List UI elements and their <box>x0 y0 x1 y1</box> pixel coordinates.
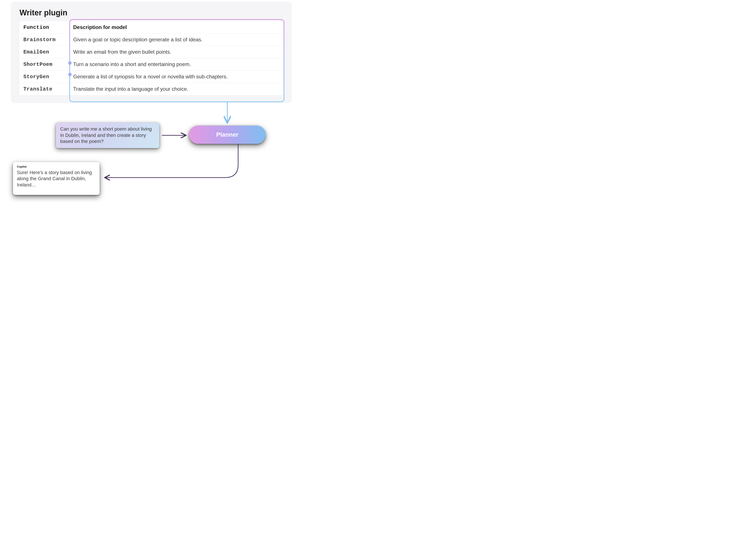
arrow-planner-to-reply <box>106 144 238 178</box>
func-name: ShortPoem <box>19 58 69 70</box>
functions-table: Function Description for model Brainstor… <box>19 21 283 95</box>
func-desc: Translate the input into a language of y… <box>69 83 283 95</box>
user-prompt-bubble: Can you write me a short poem about livi… <box>56 123 159 148</box>
planner-label: Planner <box>216 131 239 138</box>
planner-node: Planner <box>189 126 266 144</box>
header-function: Function <box>19 21 69 34</box>
copilot-label: Copilot <box>17 165 96 169</box>
header-description: Description for model <box>69 21 283 34</box>
copilot-reply-card: Copilot Sure! Here's a story based on li… <box>13 162 99 195</box>
func-name: Translate <box>19 83 69 95</box>
table-row: EmailGen Write an email from the given b… <box>19 46 283 58</box>
func-desc: Generate a list of synopsis for a novel … <box>69 70 283 83</box>
card-title: Writer plugin <box>19 8 283 17</box>
table-row: Translate Translate the input into a lan… <box>19 83 283 95</box>
table-header-row: Function Description for model <box>19 21 283 34</box>
user-prompt-text: Can you write me a short poem about livi… <box>60 126 152 144</box>
table-row: ShortPoem Turn a scenario into a short a… <box>19 58 283 70</box>
writer-plugin-card: Writer plugin Function Description for m… <box>11 2 292 103</box>
func-name: StoryGen <box>19 70 69 83</box>
func-desc: Write an email from the given bullet poi… <box>69 46 283 58</box>
func-desc: Turn a scenario into a short and enterta… <box>69 58 283 70</box>
table-row: StoryGen Generate a list of synopsis for… <box>19 70 283 83</box>
func-desc: Given a goal or topic description genera… <box>69 34 283 46</box>
copilot-reply-text: Sure! Here's a story based on living alo… <box>17 170 96 188</box>
table-row: Brainstorm Given a goal or topic descrip… <box>19 34 283 46</box>
func-name: EmailGen <box>19 46 69 58</box>
func-name: Brainstorm <box>19 34 69 46</box>
